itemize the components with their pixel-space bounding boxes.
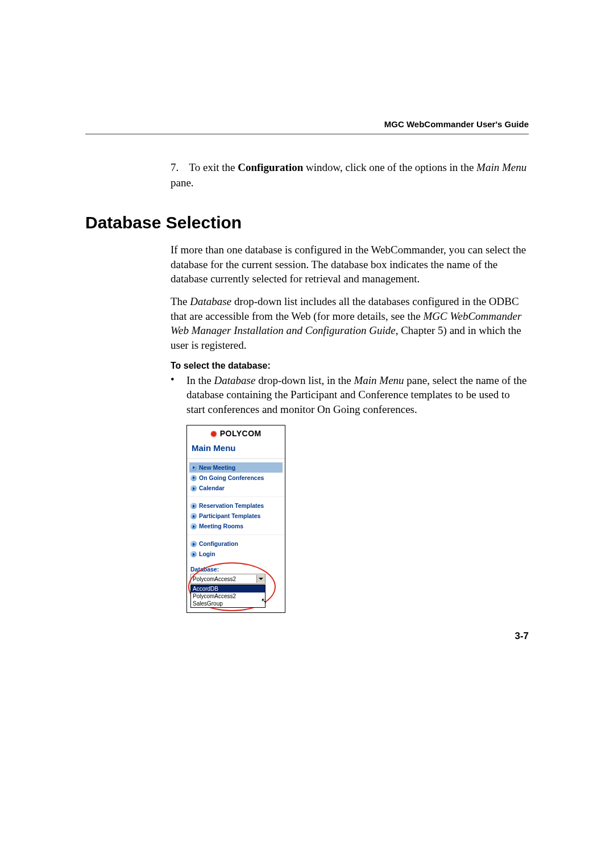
menu-new-meeting[interactable]: New Meeting [189, 462, 283, 473]
running-header: MGC WebCommander User's Guide [85, 119, 529, 135]
brand-logo: ✺POLYCOM [187, 425, 285, 441]
menu-calendar[interactable]: Calendar [189, 483, 283, 493]
menu-label: Participant Templates [199, 512, 260, 519]
step-italic: Main Menu [476, 161, 526, 173]
play-icon [190, 541, 197, 547]
bullet-marker: • [171, 373, 186, 417]
play-icon [190, 485, 197, 491]
polycom-logo-icon: ✺ [210, 429, 218, 439]
p2-a: The [171, 295, 190, 307]
p2-i1: Database [190, 295, 231, 307]
b-b: drop-down list, in the [255, 374, 354, 386]
section-title: Database Selection [85, 213, 529, 232]
brand-text: POLYCOM [220, 429, 262, 438]
paragraph-2: The Database drop-down list includes all… [171, 294, 529, 353]
database-label: Database: [190, 566, 281, 573]
bullet-item: • In the Database drop-down list, in the… [171, 373, 529, 417]
bullet-text: In the Database drop-down list, in the M… [186, 373, 529, 417]
step-bold: Configuration [238, 161, 303, 173]
db-option-polycomaccess2[interactable]: PolycomAccess2 [191, 592, 265, 600]
database-selected-value: PolycomAccess2 [191, 576, 256, 582]
dropdown-button[interactable] [256, 575, 265, 583]
play-icon [190, 513, 197, 519]
play-icon [190, 475, 197, 481]
menu-ongoing-conferences[interactable]: On Going Conferences [189, 473, 283, 483]
menu-label: Reservation Templates [199, 502, 264, 509]
main-menu-title: Main Menu [187, 441, 285, 459]
step-text-3: pane. [171, 177, 194, 189]
menu-reservation-templates[interactable]: Reservation Templates [189, 500, 283, 511]
play-icon [190, 523, 197, 529]
b-i2: Main Menu [354, 374, 404, 386]
menu-login[interactable]: Login [189, 549, 283, 559]
paragraph-1: If more than one database is configured … [171, 243, 529, 286]
step-text-2: window, click one of the options in the [303, 161, 476, 173]
page-number: 3-7 [515, 631, 529, 642]
step-text-1: To exit the [189, 161, 238, 173]
db-option-salesgroup[interactable]: SalesGroup [191, 600, 265, 607]
step-7: 7. To exit the Configuration window, cli… [171, 160, 529, 190]
play-icon [190, 503, 197, 509]
menu-configuration[interactable]: Configuration [189, 539, 283, 549]
database-options-list[interactable]: AccordDB PolycomAccess2 SalesGroup ↖ [190, 585, 265, 608]
play-icon [190, 551, 197, 557]
menu-label: On Going Conferences [199, 474, 264, 481]
menu-label: Login [199, 550, 215, 557]
menu-meeting-rooms[interactable]: Meeting Rooms [189, 521, 283, 531]
menu-label: Meeting Rooms [199, 523, 243, 529]
menu-participant-templates[interactable]: Participant Templates [189, 511, 283, 521]
database-select[interactable]: PolycomAccess2 [190, 574, 265, 584]
menu-label: Configuration [199, 540, 238, 547]
play-icon [190, 465, 197, 471]
database-block: Database: PolycomAccess2 AccordDB Polyco… [187, 562, 285, 612]
main-menu-screenshot: ✺POLYCOM Main Menu New Meeting On Going … [186, 425, 285, 614]
step-number: 7. [171, 160, 186, 176]
menu-label: Calendar [199, 485, 225, 491]
menu-label: New Meeting [199, 464, 235, 471]
db-option-accorddb[interactable]: AccordDB [191, 585, 265, 592]
b-a: In the [186, 374, 214, 386]
b-i1: Database [214, 374, 256, 386]
subheading: To select the database: [171, 361, 529, 371]
